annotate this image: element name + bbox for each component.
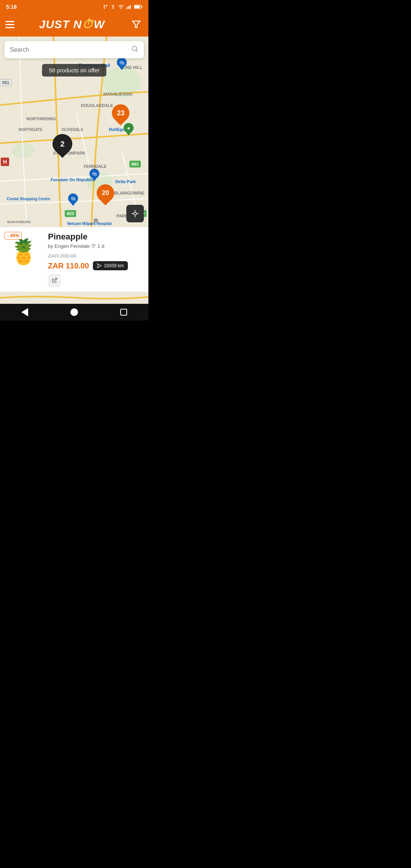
svg-rect-10 [134, 5, 140, 8]
svg-marker-11 [132, 21, 140, 27]
search-bar[interactable] [5, 41, 144, 58]
menu-button[interactable] [5, 21, 14, 28]
svg-text:Netcare Milpark Hospital: Netcare Milpark Hospital [67, 222, 112, 226]
svg-marker-67 [97, 264, 102, 268]
nav-bar [0, 304, 148, 321]
map-bottom-strip [0, 292, 148, 304]
search-input[interactable] [10, 46, 131, 53]
store-name: by Engen Ferndale [48, 243, 90, 249]
distance-badge[interactable]: 16939 km [93, 261, 128, 270]
back-button[interactable] [0, 308, 49, 316]
svg-text:R51: R51 [2, 81, 10, 85]
external-link-icon [51, 278, 57, 284]
svg-text:🛍: 🛍 [92, 171, 97, 177]
svg-line-61 [136, 50, 138, 52]
svg-text:Cresta Shopping Centre: Cresta Shopping Centre [7, 197, 51, 201]
product-name: Pineapple [48, 232, 144, 242]
home-icon [70, 308, 78, 316]
status-bar: 5:18 [0, 0, 148, 14]
svg-line-68 [54, 278, 57, 281]
search-icon[interactable] [131, 45, 139, 54]
notification-icon [103, 4, 108, 10]
product-card: - 45% 🍍 Pineapple by Engen Ferndale ⏱ 1 … [0, 227, 148, 292]
location-icon [131, 209, 139, 218]
location-button[interactable] [126, 205, 144, 222]
products-pill: 58 products on offer [42, 64, 106, 77]
discount-badge: - 45% [5, 232, 22, 239]
svg-rect-7 [130, 5, 131, 9]
svg-text:OLIVEDALE: OLIVEDALE [61, 128, 83, 132]
svg-rect-5 [127, 6, 128, 9]
svg-point-59 [94, 218, 98, 223]
external-link-button[interactable] [48, 274, 61, 287]
svg-text:FERNDALE: FERNDALE [84, 164, 107, 169]
product-image-wrap: - 45% 🍍 [5, 232, 43, 272]
map-container[interactable]: H H M81 M20 M30 R51 Chartwell Fourways M… [0, 37, 148, 227]
app-logo: JUST N⏱W [39, 18, 105, 31]
svg-rect-4 [126, 7, 127, 9]
svg-text:NORTHGATE: NORTHGATE [19, 128, 43, 132]
cluster-count-23: 23 [117, 109, 124, 117]
clock-icon: ⏱ [91, 243, 97, 249]
product-time: 1 d [97, 243, 104, 249]
svg-text:🛍: 🛍 [71, 196, 76, 201]
svg-point-62 [134, 212, 136, 215]
svg-text:●: ● [127, 125, 130, 131]
product-info: Pineapple by Engen Ferndale ⏱ 1 d ZAR 20… [48, 232, 144, 287]
svg-text:M20: M20 [67, 212, 74, 216]
battery-icon [134, 5, 142, 9]
arrows-icon [110, 4, 116, 10]
status-time: 5:18 [6, 4, 17, 10]
svg-text:H: H [3, 159, 7, 165]
recents-icon [120, 309, 127, 316]
svg-rect-0 [104, 5, 105, 6]
status-icons [103, 4, 142, 10]
svg-text:BLAIRGOWRIE: BLAIRGOWRIE [114, 191, 144, 195]
distance-value: 16939 km [104, 263, 124, 268]
wifi-icon [118, 4, 124, 10]
price-action-row: ZAR 110.00 16939 km [48, 261, 144, 287]
filter-icon [131, 19, 141, 29]
home-button[interactable] [49, 308, 99, 316]
distance-icon [97, 263, 102, 268]
svg-text:Delta Park: Delta Park [115, 179, 136, 184]
product-store: by Engen Ferndale ⏱ 1 d [48, 243, 144, 249]
svg-text:M81: M81 [131, 162, 139, 166]
svg-rect-1 [106, 5, 107, 6]
svg-text:Ferndale On Republic: Ferndale On Republic [51, 177, 94, 182]
filter-button[interactable] [129, 18, 143, 31]
svg-rect-2 [104, 7, 105, 9]
svg-text:MARAISBURG: MARAISBURG [7, 220, 31, 224]
svg-rect-9 [142, 6, 142, 8]
svg-text:NORTHRIDING: NORTHRIDING [26, 116, 56, 121]
back-icon [21, 308, 28, 316]
discounted-price: ZAR 110.00 [48, 262, 89, 270]
svg-text:MAGALIESSIG: MAGALIESSIG [103, 92, 132, 96]
cluster-count-2: 2 [60, 140, 64, 148]
svg-point-3 [121, 8, 121, 9]
cluster-count-20: 20 [102, 189, 109, 197]
top-bar: JUST N⏱W [0, 14, 148, 37]
original-price: ZAR 200.00 [48, 253, 76, 259]
svg-point-60 [132, 46, 137, 51]
svg-rect-6 [129, 6, 129, 9]
signal-icon [126, 4, 132, 10]
svg-text:DOUGLASDALE: DOUGLASDALE [81, 103, 113, 108]
price-row: ZAR 200.00 [48, 253, 144, 259]
recents-button[interactable] [99, 308, 148, 316]
svg-text:🛍: 🛍 [119, 60, 124, 65]
